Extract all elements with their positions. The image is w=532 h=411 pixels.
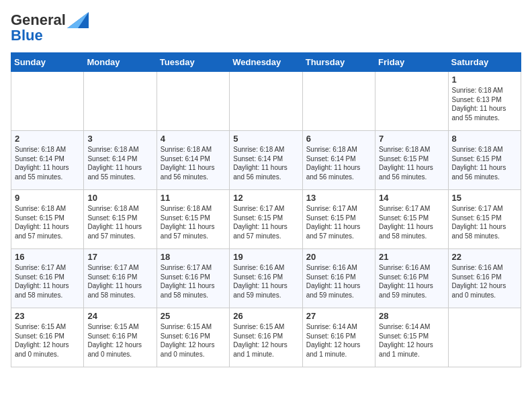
day-info: Sunrise: 6:17 AM Sunset: 6:15 PM Dayligh… [452,204,517,240]
calendar-cell: 28Sunrise: 6:14 AM Sunset: 6:15 PM Dayli… [375,308,448,367]
day-info: Sunrise: 6:15 AM Sunset: 6:16 PM Dayligh… [233,322,298,359]
day-number: 14 [379,193,444,203]
day-info: Sunrise: 6:18 AM Sunset: 6:15 PM Dayligh… [15,204,80,240]
calendar-cell: 15Sunrise: 6:17 AM Sunset: 6:15 PM Dayli… [448,190,521,249]
calendar-cell: 23Sunrise: 6:15 AM Sunset: 6:16 PM Dayli… [11,308,84,367]
day-info: Sunrise: 6:16 AM Sunset: 6:16 PM Dayligh… [379,263,444,300]
calendar-cell [375,72,448,131]
calendar-cell: 16Sunrise: 6:17 AM Sunset: 6:16 PM Dayli… [11,249,84,308]
day-info: Sunrise: 6:15 AM Sunset: 6:16 PM Dayligh… [15,322,80,359]
page-header: General Blue [11,11,521,44]
day-info: Sunrise: 6:16 AM Sunset: 6:16 PM Dayligh… [452,263,517,300]
calendar-cell: 22Sunrise: 6:16 AM Sunset: 6:16 PM Dayli… [448,249,521,308]
day-info: Sunrise: 6:18 AM Sunset: 6:14 PM Dayligh… [15,145,80,181]
calendar-cell [84,72,157,131]
calendar-cell: 13Sunrise: 6:17 AM Sunset: 6:15 PM Dayli… [302,190,375,249]
calendar-cell [302,72,375,131]
day-number: 12 [233,193,298,203]
calendar-cell: 26Sunrise: 6:15 AM Sunset: 6:16 PM Dayli… [230,308,302,367]
col-header-sunday: Sunday [11,53,84,72]
day-number: 19 [233,252,298,262]
logo-icon [66,11,90,30]
calendar-cell: 10Sunrise: 6:18 AM Sunset: 6:15 PM Dayli… [84,190,157,249]
calendar-cell: 9Sunrise: 6:18 AM Sunset: 6:15 PM Daylig… [11,190,84,249]
day-number: 15 [452,193,517,203]
calendar-cell: 2Sunrise: 6:18 AM Sunset: 6:14 PM Daylig… [11,131,84,190]
day-info: Sunrise: 6:17 AM Sunset: 6:15 PM Dayligh… [306,204,371,240]
calendar-cell: 8Sunrise: 6:18 AM Sunset: 6:15 PM Daylig… [448,131,521,190]
day-number: 7 [379,134,444,144]
calendar-cell: 19Sunrise: 6:16 AM Sunset: 6:16 PM Dayli… [230,249,302,308]
day-number: 20 [306,252,371,262]
day-number: 13 [306,193,371,203]
day-info: Sunrise: 6:16 AM Sunset: 6:16 PM Dayligh… [233,263,298,300]
day-number: 11 [161,193,226,203]
calendar-cell: 14Sunrise: 6:17 AM Sunset: 6:15 PM Dayli… [375,190,448,249]
day-number: 22 [452,252,517,262]
day-info: Sunrise: 6:17 AM Sunset: 6:16 PM Dayligh… [15,263,80,300]
calendar-week-5: 23Sunrise: 6:15 AM Sunset: 6:16 PM Dayli… [11,308,521,367]
day-number: 1 [452,75,517,85]
day-info: Sunrise: 6:17 AM Sunset: 6:16 PM Dayligh… [87,263,152,300]
calendar-cell: 27Sunrise: 6:14 AM Sunset: 6:16 PM Dayli… [302,308,375,367]
day-info: Sunrise: 6:18 AM Sunset: 6:14 PM Dayligh… [233,145,298,181]
col-header-saturday: Saturday [448,53,521,72]
calendar-cell: 12Sunrise: 6:17 AM Sunset: 6:15 PM Dayli… [230,190,302,249]
calendar-cell: 4Sunrise: 6:18 AM Sunset: 6:14 PM Daylig… [157,131,229,190]
day-number: 28 [379,311,444,321]
calendar-header-row: SundayMondayTuesdayWednesdayThursdayFrid… [11,53,521,72]
day-number: 3 [87,134,152,144]
calendar-cell: 7Sunrise: 6:18 AM Sunset: 6:15 PM Daylig… [375,131,448,190]
day-info: Sunrise: 6:17 AM Sunset: 6:16 PM Dayligh… [161,263,226,300]
day-number: 8 [452,134,517,144]
day-info: Sunrise: 6:18 AM Sunset: 6:15 PM Dayligh… [379,145,444,181]
day-number: 5 [233,134,298,144]
day-info: Sunrise: 6:16 AM Sunset: 6:16 PM Dayligh… [306,263,371,300]
calendar-cell: 6Sunrise: 6:18 AM Sunset: 6:14 PM Daylig… [302,131,375,190]
day-number: 6 [306,134,371,144]
day-number: 27 [306,311,371,321]
day-info: Sunrise: 6:15 AM Sunset: 6:16 PM Dayligh… [161,322,226,359]
calendar-week-2: 2Sunrise: 6:18 AM Sunset: 6:14 PM Daylig… [11,131,521,190]
day-number: 17 [87,252,152,262]
calendar-cell: 3Sunrise: 6:18 AM Sunset: 6:14 PM Daylig… [84,131,157,190]
calendar-cell: 24Sunrise: 6:15 AM Sunset: 6:16 PM Dayli… [84,308,157,367]
calendar-cell [448,308,521,367]
day-number: 23 [15,311,80,321]
day-info: Sunrise: 6:18 AM Sunset: 6:15 PM Dayligh… [161,204,226,240]
day-info: Sunrise: 6:15 AM Sunset: 6:16 PM Dayligh… [87,322,152,359]
col-header-thursday: Thursday [302,53,375,72]
day-info: Sunrise: 6:18 AM Sunset: 6:15 PM Dayligh… [452,145,517,181]
calendar-cell: 25Sunrise: 6:15 AM Sunset: 6:16 PM Dayli… [157,308,229,367]
calendar-cell: 5Sunrise: 6:18 AM Sunset: 6:14 PM Daylig… [230,131,302,190]
col-header-tuesday: Tuesday [157,53,229,72]
calendar-cell [157,72,229,131]
col-header-friday: Friday [375,53,448,72]
logo-blue-text: Blue [11,27,43,44]
day-info: Sunrise: 6:14 AM Sunset: 6:16 PM Dayligh… [306,322,371,359]
day-number: 10 [87,193,152,203]
day-number: 16 [15,252,80,262]
day-number: 26 [233,311,298,321]
day-info: Sunrise: 6:17 AM Sunset: 6:15 PM Dayligh… [379,204,444,240]
day-info: Sunrise: 6:18 AM Sunset: 6:13 PM Dayligh… [452,86,517,122]
day-number: 21 [379,252,444,262]
calendar-cell: 1Sunrise: 6:18 AM Sunset: 6:13 PM Daylig… [448,72,521,131]
calendar-cell: 18Sunrise: 6:17 AM Sunset: 6:16 PM Dayli… [157,249,229,308]
day-number: 24 [87,311,152,321]
calendar-cell: 21Sunrise: 6:16 AM Sunset: 6:16 PM Dayli… [375,249,448,308]
day-number: 9 [15,193,80,203]
day-info: Sunrise: 6:17 AM Sunset: 6:15 PM Dayligh… [233,204,298,240]
day-number: 4 [161,134,226,144]
calendar-week-1: 1Sunrise: 6:18 AM Sunset: 6:13 PM Daylig… [11,72,521,131]
day-number: 18 [161,252,226,262]
calendar-week-3: 9Sunrise: 6:18 AM Sunset: 6:15 PM Daylig… [11,190,521,249]
day-info: Sunrise: 6:18 AM Sunset: 6:14 PM Dayligh… [161,145,226,181]
calendar-table: SundayMondayTuesdayWednesdayThursdayFrid… [11,52,521,367]
day-info: Sunrise: 6:18 AM Sunset: 6:14 PM Dayligh… [306,145,371,181]
calendar-cell [230,72,302,131]
calendar-cell: 11Sunrise: 6:18 AM Sunset: 6:15 PM Dayli… [157,190,229,249]
calendar-cell: 17Sunrise: 6:17 AM Sunset: 6:16 PM Dayli… [84,249,157,308]
logo: General Blue [11,11,90,44]
day-info: Sunrise: 6:18 AM Sunset: 6:14 PM Dayligh… [87,145,152,181]
